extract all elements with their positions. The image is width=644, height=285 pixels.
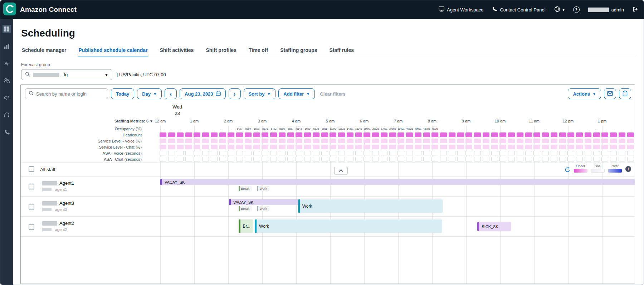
metric-cell (584, 132, 592, 138)
clear-filters-button[interactable]: Clear filters (320, 91, 346, 97)
copy-schedule-button[interactable] (619, 88, 631, 99)
metric-value: - (519, 127, 520, 130)
tab-shift-profiles[interactable]: Shift profiles (205, 44, 237, 57)
user-menu[interactable]: admin (588, 7, 624, 13)
sort-by-dropdown[interactable]: Sort by▼ (244, 88, 276, 99)
metric-square (415, 151, 421, 155)
metric-square (296, 151, 302, 155)
tab-schedule-manager[interactable]: Schedule manager (21, 44, 67, 57)
metric-cell (371, 156, 380, 162)
forecast-group-select[interactable]: -fg ▼ (21, 69, 112, 80)
metric-square (465, 132, 472, 137)
all-staff-label: All staff (40, 167, 55, 172)
schedule-bar-sick[interactable]: SICK_SK (477, 222, 511, 231)
metric-value: 5722 (271, 127, 276, 130)
metric-cell (592, 132, 601, 138)
metric-cell (354, 138, 363, 144)
schedule-bar-work[interactable]: Work (255, 219, 442, 233)
agent-workspace-link[interactable]: Agent Workspace (439, 6, 483, 13)
metric-square (338, 132, 345, 137)
metric-cell: 6690 (303, 126, 312, 132)
metric-square (364, 145, 370, 149)
real-time-pulse-icon[interactable] (3, 59, 11, 68)
info-icon[interactable]: i (625, 166, 631, 172)
metric-cell (244, 138, 253, 144)
next-day-button[interactable]: › (229, 88, 241, 99)
tab-staffing-groups[interactable]: Staffing groups (279, 44, 318, 57)
email-button[interactable] (604, 88, 616, 99)
metric-square (627, 151, 634, 155)
users-icon[interactable] (3, 76, 11, 85)
metric-value: - (503, 127, 503, 130)
previous-day-button[interactable]: ‹ (165, 88, 177, 99)
metric-square (593, 145, 600, 149)
metric-square (330, 132, 336, 137)
tab-staff-rules[interactable]: Staff rules (329, 44, 355, 57)
day-view-dropdown[interactable]: Day▼ (137, 88, 162, 99)
hour-label: 1 pm (598, 119, 606, 123)
metric-square (601, 157, 608, 161)
staff-search-input[interactable] (36, 91, 104, 97)
metric-square (465, 145, 472, 149)
agent-checkbox[interactable] (29, 224, 34, 230)
metric-square (567, 132, 574, 137)
all-staff-checkbox[interactable] (29, 166, 34, 172)
metrics-bar-chart-icon[interactable] (3, 42, 11, 50)
metric-square (440, 151, 447, 155)
redacted-agent-login (42, 188, 52, 191)
today-button[interactable]: Today (111, 88, 134, 99)
actions-dropdown[interactable]: Actions▼ (568, 88, 601, 99)
metric-cell (252, 156, 261, 162)
metric-square (321, 151, 328, 155)
schedule-bar-work[interactable]: Work (298, 199, 443, 213)
agent-checkbox[interactable] (29, 204, 34, 209)
metric-square (313, 132, 319, 137)
metric-cell (541, 132, 550, 138)
metric-cell (584, 150, 592, 156)
agent-row: Agent2-agent2Br...WorkSICK_SK (21, 217, 635, 237)
collapse-metrics-button[interactable] (334, 167, 348, 174)
schedule-bar-vacay[interactable]: VACAY_SK (229, 199, 298, 205)
logout-button[interactable] (633, 7, 638, 13)
agent-headset-icon[interactable] (3, 111, 11, 119)
add-filter-dropdown[interactable]: Add filter▼ (278, 88, 315, 99)
schedule-bar-break[interactable]: Br... (239, 219, 253, 233)
metric-cell (210, 132, 219, 138)
metric-cell (567, 156, 575, 162)
metric-cell (609, 144, 618, 150)
metric-cell: - (176, 126, 185, 132)
metric-value: - (231, 127, 231, 130)
metric-cell (422, 144, 431, 150)
metric-cell (303, 150, 312, 156)
metric-square (499, 132, 506, 137)
tab-published-schedule-calendar[interactable]: Published schedule calendar (78, 44, 148, 57)
brand-title: Amazon Connect (20, 6, 77, 14)
agent-schedule-rows: Agent1-agent1VACAY_SKBreakWorkAgent3-age… (21, 177, 635, 237)
staff-search-box[interactable] (25, 88, 108, 99)
refresh-button[interactable] (565, 167, 570, 174)
agent-checkbox[interactable] (29, 184, 34, 189)
dashboard-grid-icon[interactable] (3, 25, 11, 33)
tab-time-off[interactable]: Time off (248, 44, 269, 57)
metric-square (499, 145, 506, 149)
language-selector[interactable]: ▾ (554, 6, 565, 13)
metric-square (431, 157, 438, 161)
tab-shift-activities[interactable]: Shift activities (159, 44, 194, 57)
metric-square (253, 157, 260, 161)
metric-value: - (571, 127, 571, 130)
contact-phone-icon[interactable] (3, 128, 11, 136)
schedule-bar-vacay[interactable]: VACAY_SK (160, 179, 635, 185)
metric-square (330, 139, 336, 143)
metric-row: Service Level - Chat (%) (21, 144, 635, 150)
help-button[interactable]: ? (573, 6, 580, 13)
metric-cell (609, 150, 618, 156)
contact-control-panel-link[interactable]: Contact Control Panel (492, 6, 545, 13)
metric-cell: - (541, 126, 550, 132)
calendar-icon (216, 91, 221, 97)
campaigns-megaphone-icon[interactable] (3, 93, 11, 102)
staffing-metrics-toggle[interactable]: Staffing Metrics: 6 ▼ (21, 119, 160, 123)
date-picker-button[interactable]: Aug 23, 2023 (180, 88, 226, 99)
metric-cell: - (465, 126, 473, 132)
metric-square (465, 151, 472, 155)
metric-square (576, 132, 583, 137)
